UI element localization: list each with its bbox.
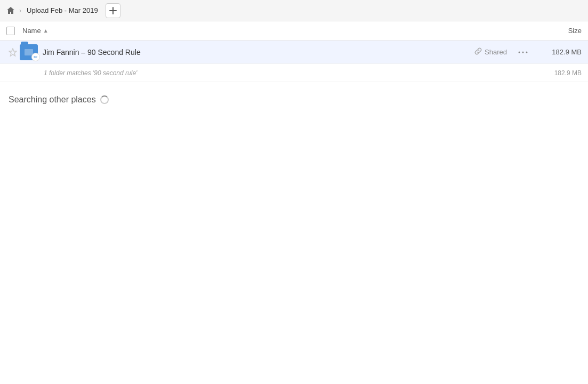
breadcrumb-title: Upload Feb - Mar 2019 [23,5,101,15]
file-size: 182.9 MB [539,48,582,56]
loading-spinner [100,95,109,104]
sort-arrow-icon: ▲ [43,28,49,34]
match-info-row: 1 folder matches '90 second rule' 182.9 … [0,64,588,82]
star-icon[interactable] [6,46,19,59]
searching-label: Searching other places [9,95,96,105]
select-all-checkbox[interactable] [6,27,22,35]
breadcrumb-separator: › [19,7,21,14]
file-row[interactable]: ✏ Jim Fannin – 90 Second Rule Shared 182… [0,41,588,64]
match-size: 182.9 MB [539,69,582,77]
file-name: Jim Fannin – 90 Second Rule [43,48,474,57]
column-header: Name ▲ Size [0,21,588,41]
match-text: 1 folder matches '90 second rule' [44,69,539,77]
name-column-label: Name [22,27,41,35]
searching-section: Searching other places [0,82,588,117]
name-column-header[interactable]: Name ▲ [22,27,528,35]
svg-marker-0 [9,49,17,56]
shared-label: Shared [485,48,507,56]
topbar: › Upload Feb - Mar 2019 [0,0,588,21]
svg-point-2 [519,51,520,53]
svg-point-4 [526,51,528,53]
home-button[interactable] [4,4,17,17]
size-column-header: Size [528,27,582,35]
add-tab-button[interactable] [106,3,120,18]
folder-icon: ✏ [19,43,38,62]
more-options-button[interactable] [515,45,530,60]
link-icon [474,47,482,57]
svg-point-3 [522,51,524,53]
searching-text: Searching other places [9,95,579,105]
pen-badge-icon: ✏ [31,53,40,61]
checkbox-square[interactable] [6,27,15,35]
shared-badge[interactable]: Shared [474,47,507,57]
